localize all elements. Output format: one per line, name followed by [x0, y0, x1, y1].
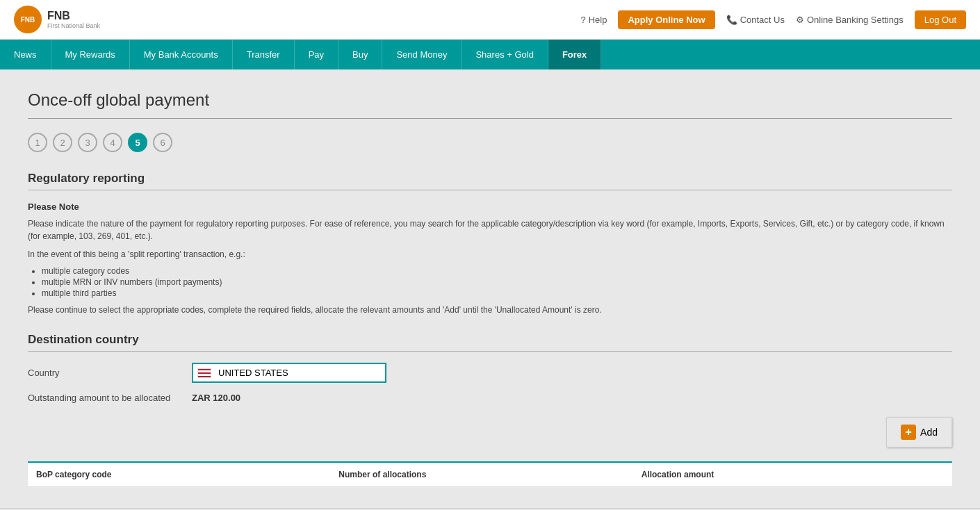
phone-icon: 📞	[726, 15, 737, 25]
add-plus-icon: +	[901, 425, 916, 440]
logout-button[interactable]: Log Out	[915, 10, 966, 29]
nav-my-bank-accounts[interactable]: My Bank Accounts	[130, 40, 233, 69]
step-1[interactable]: 1	[28, 133, 47, 152]
destination-section: Destination country Country Outstanding …	[28, 333, 952, 403]
logo-area: FNB FNB First National Bank	[14, 6, 100, 33]
outstanding-amount: ZAR 120.00	[192, 393, 240, 403]
outstanding-row: Outstanding amount to be allocated ZAR 1…	[28, 393, 952, 403]
regulatory-heading: Regulatory reporting	[28, 172, 952, 190]
note-title: Please Note	[28, 201, 952, 212]
regulatory-note: Please Note Please indicate the nature o…	[28, 201, 952, 316]
table-header: BoP category code Number of allocations …	[28, 461, 952, 487]
help-icon: ?	[580, 15, 585, 25]
list-item: multiple MRN or INV numbers (import paym…	[42, 277, 952, 287]
step-2[interactable]: 2	[53, 133, 72, 152]
logo-tagline: First National Bank	[47, 22, 100, 29]
note-body: Please indicate the nature of the paymen…	[28, 217, 952, 242]
add-button-row: + Add	[28, 417, 952, 447]
apply-online-button[interactable]: Apply Online Now	[618, 10, 714, 29]
nav-pay[interactable]: Pay	[295, 40, 338, 69]
nav-news[interactable]: News	[0, 40, 51, 69]
note-list: multiple category codes multiple MRN or …	[28, 266, 952, 298]
fnb-logo: FNB	[14, 6, 42, 33]
nav-my-rewards[interactable]: My Rewards	[51, 40, 130, 69]
top-actions: ? Help Apply Online Now 📞 Contact Us ⚙ O…	[580, 10, 966, 29]
page-title: Once-off global payment	[28, 90, 952, 119]
top-bar: FNB FNB First National Bank ? Help Apply…	[0, 0, 980, 40]
country-input-wrapper	[192, 363, 386, 383]
col-allocations: Number of allocations	[338, 470, 641, 479]
gear-icon: ⚙	[796, 15, 804, 25]
step-4[interactable]: 4	[103, 133, 122, 152]
nav-bar: News My Rewards My Bank Accounts Transfe…	[0, 40, 980, 69]
logo-text: FNB	[47, 10, 100, 22]
list-item: multiple category codes	[42, 266, 952, 276]
nav-shares-gold[interactable]: Shares + Gold	[462, 40, 548, 69]
help-link[interactable]: ? Help	[580, 15, 607, 25]
add-label: Add	[920, 427, 938, 438]
note-split: In the event of this being a 'split repo…	[28, 248, 952, 261]
step-5[interactable]: 5	[128, 133, 147, 152]
step-3[interactable]: 3	[78, 133, 97, 152]
country-label: Country	[28, 368, 181, 378]
nav-forex[interactable]: Forex	[548, 40, 601, 69]
nav-transfer[interactable]: Transfer	[233, 40, 295, 69]
country-row: Country	[28, 363, 952, 383]
outstanding-label: Outstanding amount to be allocated	[28, 393, 181, 403]
col-bop: BoP category code	[36, 470, 338, 479]
us-flag-icon	[197, 368, 211, 378]
svg-text:FNB: FNB	[21, 16, 35, 24]
col-amount: Allocation amount	[642, 470, 944, 479]
list-item: multiple third parties	[42, 288, 952, 298]
destination-heading: Destination country	[28, 333, 952, 352]
main-content: Once-off global payment 1 2 3 4 5 6 Regu…	[0, 69, 980, 508]
settings-link[interactable]: ⚙ Online Banking Settings	[796, 15, 904, 25]
add-button[interactable]: + Add	[886, 417, 952, 447]
country-input[interactable]	[215, 364, 385, 381]
step-6[interactable]: 6	[153, 133, 172, 152]
nav-send-money[interactable]: Send Money	[382, 40, 462, 69]
note-continue: Please continue to select the appropriat…	[28, 304, 952, 316]
nav-buy[interactable]: Buy	[338, 40, 382, 69]
steps-row: 1 2 3 4 5 6	[28, 133, 952, 152]
contact-link[interactable]: 📞 Contact Us	[726, 15, 785, 25]
